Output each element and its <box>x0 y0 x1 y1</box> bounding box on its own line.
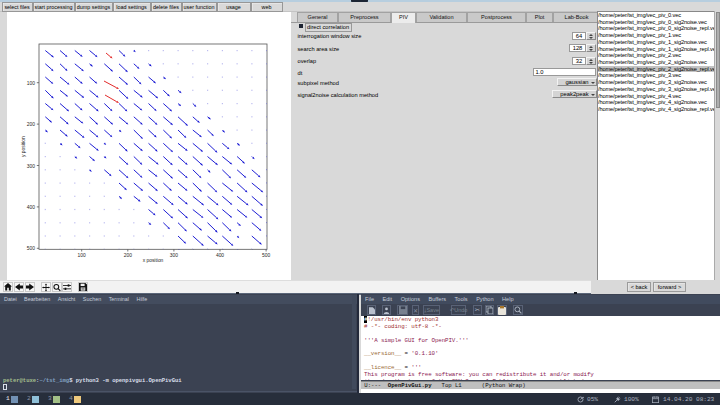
svg-text:y position: y position <box>21 136 26 157</box>
svg-text:200: 200 <box>124 253 132 258</box>
svg-text:x position: x position <box>143 258 164 263</box>
svg-text:300: 300 <box>27 164 35 169</box>
svg-text:500: 500 <box>27 246 35 251</box>
svg-text:100: 100 <box>27 81 35 86</box>
svg-text:100: 100 <box>78 253 86 258</box>
svg-text:300: 300 <box>170 253 178 258</box>
svg-text:500: 500 <box>262 253 270 258</box>
svg-text:200: 200 <box>27 122 35 127</box>
svg-text:400: 400 <box>27 205 35 210</box>
svg-text:400: 400 <box>216 253 224 258</box>
